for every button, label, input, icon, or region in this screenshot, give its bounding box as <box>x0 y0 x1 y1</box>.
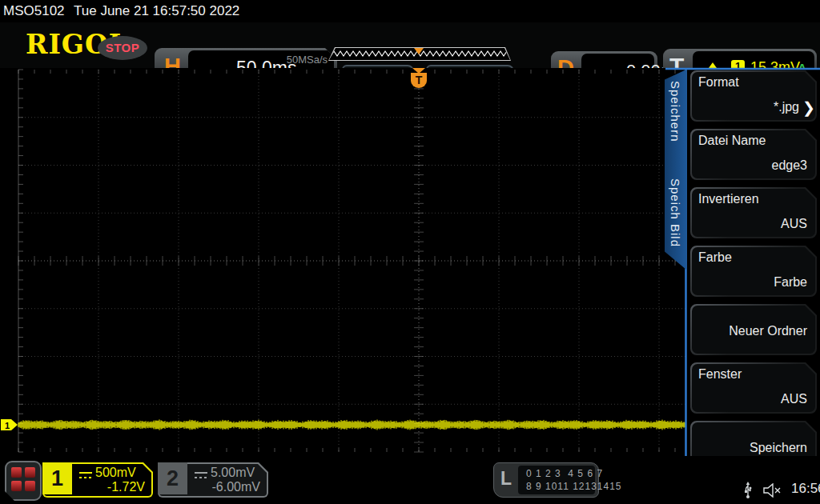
channel1-scale: 500mV <box>95 466 136 480</box>
oscilloscope-screen: MSO5102 Tue June 21 16:57:50 2022 RIGOL … <box>0 0 820 504</box>
tab-speich-bild[interactable]: Speich Bild <box>669 178 682 247</box>
menu-item-label: Format <box>698 75 739 90</box>
grid-tile-icon <box>25 481 35 491</box>
menu-item-value: *.jpg <box>774 100 799 114</box>
tab-speichern[interactable]: Speichern <box>669 81 682 142</box>
channel1-offset: -1.72V <box>107 480 145 494</box>
channel1-number-badge: 1 <box>42 462 72 494</box>
menu-item-label: Datei Name <box>698 134 766 148</box>
logic-analyzer-block[interactable]: L 0 1 2 3 4 5 6 7 8 9 1011 12131415 <box>493 462 599 498</box>
menu-item-invertieren[interactable]: Invertieren AUS <box>690 187 817 238</box>
channel2-number-badge: 2 <box>158 462 187 494</box>
menu-item-value: AUS <box>781 392 807 406</box>
digital-channels-panel: 0 1 2 3 4 5 6 7 8 9 1011 12131415 <box>518 466 595 494</box>
grid-tile-icon <box>11 481 22 491</box>
menu-item-value: Neuer Ordner <box>729 324 807 338</box>
channel1-status-block[interactable]: 500mV -1.72V 1 <box>42 462 153 498</box>
menu-item-label: Invertieren <box>698 192 759 206</box>
digital-channels-row2: 8 9 1011 12131415 <box>526 481 622 492</box>
menu-item-neuer-ordner[interactable]: Neuer Ordner <box>690 304 817 355</box>
menu-item-value: Speichern <box>750 441 807 455</box>
logic-analyzer-label: L <box>500 468 512 490</box>
usb-icon <box>742 482 754 499</box>
channel2-status-block[interactable]: 5.00mV -6.00mV 2 <box>158 462 268 498</box>
menu-item-value: edge3 <box>772 158 808 173</box>
dc-coupling-icon <box>79 471 92 478</box>
grid-tile-icon <box>11 467 22 478</box>
chevron-right-icon: ❯ <box>802 98 815 117</box>
channel2-offset: -6.00mV <box>212 480 260 494</box>
menu-item-label: Farbe <box>698 250 732 265</box>
clock-text: 16:56 <box>791 481 820 497</box>
menu-side-tab: Speichern Speich Bild <box>665 70 686 270</box>
menu-item-value: Farbe <box>774 275 807 290</box>
dc-coupling-icon <box>195 471 207 478</box>
menu-item-datei-name[interactable]: Datei Name edge3 <box>690 129 817 180</box>
channel2-scale: 5.00mV <box>211 466 255 480</box>
digital-channels-row1: 0 1 2 3 4 5 6 7 <box>526 468 603 479</box>
speaker-muted-icon[interactable] <box>763 483 784 498</box>
menu-item-fenster[interactable]: Fenster AUS <box>690 362 817 414</box>
bottom-status-bar: 500mV -1.72V 1 5.00mV -6.00mV 2 L 0 1 2 … <box>0 456 820 504</box>
menu-item-label: Fenster <box>698 367 742 382</box>
menu-item-value: AUS <box>781 217 807 231</box>
menu-item-format[interactable]: Format *.jpg ❯ <box>690 70 817 122</box>
windows-grid-button[interactable] <box>5 461 42 501</box>
grid-tile-icon <box>25 467 35 478</box>
menu-item-farbe[interactable]: Farbe Farbe <box>690 246 817 297</box>
